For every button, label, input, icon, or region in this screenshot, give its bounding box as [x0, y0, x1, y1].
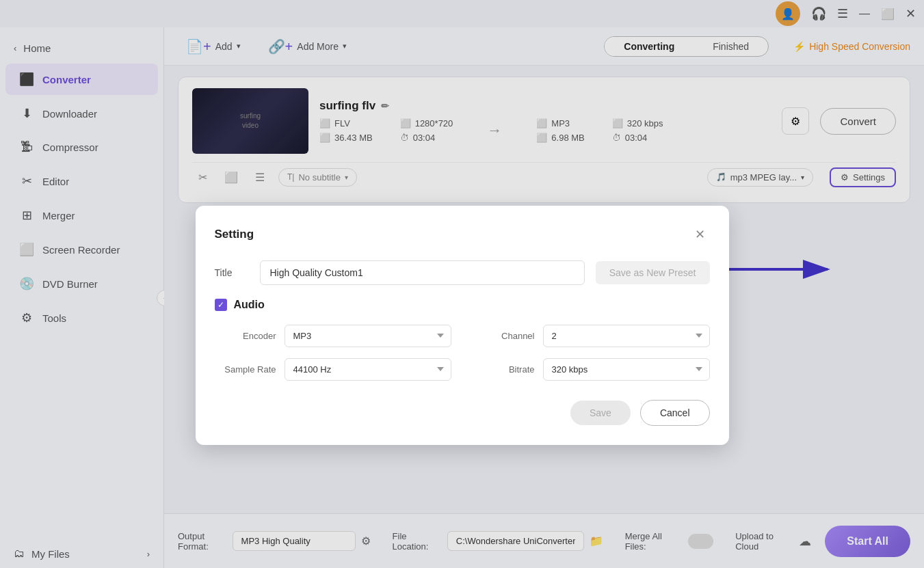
title-input[interactable]: [260, 260, 585, 285]
encoder-field: Encoder MP3 AAC FLAC: [215, 325, 451, 347]
cancel-button[interactable]: Cancel: [640, 400, 710, 426]
dialog-footer: Save Cancel: [215, 400, 710, 426]
encoder-select[interactable]: MP3 AAC FLAC: [285, 325, 451, 347]
dialog-header: Setting ✕: [215, 225, 710, 244]
dialog-title: Setting: [215, 228, 254, 241]
audio-settings-grid: Encoder MP3 AAC FLAC Channel 2 1 Sample …: [215, 325, 710, 381]
encoder-label: Encoder: [215, 331, 276, 341]
save-button[interactable]: Save: [570, 401, 631, 425]
audio-section-title: Audio: [234, 299, 265, 311]
sample-rate-select[interactable]: 44100 Hz 48000 Hz 22050 Hz: [285, 358, 451, 381]
bitrate-select[interactable]: 320 kbps 256 kbps 192 kbps 128 kbps: [543, 358, 710, 381]
dialog-overlay: Setting ✕ Title Save as New Preset ✓ Aud…: [0, 0, 924, 568]
sample-rate-label: Sample Rate: [215, 364, 276, 375]
channel-field: Channel 2 1: [473, 325, 710, 347]
sample-rate-field: Sample Rate 44100 Hz 48000 Hz 22050 Hz: [215, 358, 451, 381]
title-field-label: Title: [215, 267, 249, 278]
dialog-close-button[interactable]: ✕: [691, 225, 710, 244]
settings-dialog: Setting ✕ Title Save as New Preset ✓ Aud…: [196, 206, 729, 445]
save-preset-button[interactable]: Save as New Preset: [596, 261, 710, 284]
audio-checkbox[interactable]: ✓: [215, 299, 227, 311]
bitrate-field: Bitrate 320 kbps 256 kbps 192 kbps 128 k…: [473, 358, 710, 381]
bitrate-label: Bitrate: [473, 364, 535, 375]
audio-section-header: ✓ Audio: [215, 299, 710, 311]
channel-select[interactable]: 2 1: [543, 325, 710, 347]
channel-label: Channel: [473, 331, 535, 341]
dialog-title-row: Title Save as New Preset: [215, 260, 710, 285]
